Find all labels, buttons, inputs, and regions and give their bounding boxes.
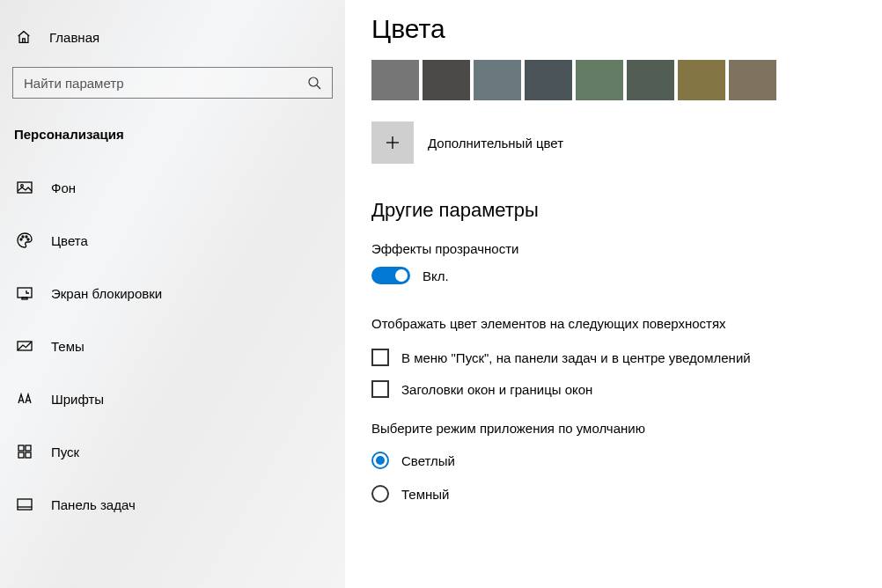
checkbox-icon <box>371 380 389 398</box>
sidebar-category: Персонализация <box>12 127 334 142</box>
color-swatch[interactable] <box>525 60 572 100</box>
lockscreen-icon <box>16 284 33 302</box>
svg-point-3 <box>21 185 24 187</box>
radio-label: Светлый <box>401 453 455 468</box>
plus-icon <box>384 134 401 151</box>
sidebar-item-start[interactable]: Пуск <box>12 430 334 473</box>
svg-rect-8 <box>18 288 32 298</box>
color-swatch[interactable] <box>627 60 674 100</box>
transparency-toggle-row: Вкл. <box>371 267 856 284</box>
color-swatch[interactable] <box>729 60 776 100</box>
search-input-container[interactable] <box>12 67 333 99</box>
search-icon <box>307 76 321 90</box>
custom-color-row: Дополнительный цвет <box>371 121 856 164</box>
color-swatch-row <box>371 60 856 100</box>
checkbox-icon <box>371 349 389 366</box>
radio-icon <box>371 485 389 503</box>
radio-light[interactable]: Светлый <box>371 452 856 469</box>
palette-icon <box>16 232 33 249</box>
sidebar-item-label: Пуск <box>51 445 79 459</box>
main-content: Цвета Дополнительный цвет Другие парамет… <box>345 0 882 588</box>
svg-rect-13 <box>18 452 24 458</box>
app-mode-label: Выберите режим приложения по умолчанию <box>371 421 856 436</box>
sidebar-item-colors[interactable]: Цвета <box>12 219 334 261</box>
sidebar-item-label: Шрифты <box>51 392 104 407</box>
toggle-knob <box>395 269 408 282</box>
svg-rect-11 <box>18 445 24 451</box>
radio-icon <box>371 452 389 469</box>
sidebar-item-label: Цвета <box>51 233 88 248</box>
sidebar: Главная Персонализация Фон Ц <box>0 0 345 588</box>
search-input[interactable] <box>24 76 307 91</box>
custom-color-label: Дополнительный цвет <box>428 136 563 151</box>
checkbox-label: В меню "Пуск", на панели задач и в центр… <box>401 350 751 365</box>
sidebar-item-background[interactable]: Фон <box>12 166 334 209</box>
sidebar-item-label: Панель задач <box>51 497 136 512</box>
sidebar-item-lockscreen[interactable]: Экран блокировки <box>12 272 334 314</box>
taskbar-icon <box>16 496 33 513</box>
color-swatch[interactable] <box>678 60 725 100</box>
color-swatch[interactable] <box>576 60 623 100</box>
svg-line-1 <box>317 85 320 89</box>
sidebar-item-themes[interactable]: Темы <box>12 325 334 367</box>
svg-point-7 <box>27 239 29 240</box>
sidebar-item-fonts[interactable]: Шрифты <box>12 378 334 420</box>
sidebar-item-label: Экран блокировки <box>51 286 162 301</box>
start-icon <box>16 443 33 460</box>
fonts-icon <box>16 390 33 408</box>
checkbox-titlebars[interactable]: Заголовки окон и границы окон <box>371 380 856 398</box>
checkbox-label: Заголовки окон и границы окон <box>401 382 592 397</box>
accent-surfaces-label: Отображать цвет элементов на следующих п… <box>371 316 856 331</box>
checkbox-start-taskbar[interactable]: В меню "Пуск", на панели задач и в центр… <box>371 349 856 366</box>
app-mode-group: Выберите режим приложения по умолчанию С… <box>371 421 856 503</box>
sidebar-home-label: Главная <box>49 30 99 45</box>
svg-rect-12 <box>26 445 31 451</box>
radio-label: Темный <box>401 487 449 502</box>
section-other-params: Другие параметры <box>371 199 856 222</box>
sidebar-item-label: Темы <box>51 339 85 354</box>
color-swatch[interactable] <box>371 60 419 100</box>
svg-point-4 <box>20 239 22 240</box>
sidebar-item-taskbar[interactable]: Панель задач <box>12 483 334 526</box>
svg-point-5 <box>22 236 24 238</box>
transparency-toggle[interactable] <box>371 267 410 284</box>
svg-rect-9 <box>22 298 27 299</box>
picture-icon <box>16 179 33 196</box>
themes-icon <box>16 337 33 355</box>
custom-color-button[interactable] <box>371 121 414 164</box>
radio-dark[interactable]: Темный <box>371 485 856 503</box>
svg-point-0 <box>309 77 318 86</box>
svg-rect-15 <box>18 499 32 510</box>
color-swatch[interactable] <box>423 60 470 100</box>
svg-rect-14 <box>26 452 31 458</box>
transparency-label: Эффекты прозрачности <box>371 241 856 256</box>
sidebar-home[interactable]: Главная <box>12 18 334 56</box>
home-icon <box>16 29 32 45</box>
page-title: Цвета <box>371 14 856 44</box>
toggle-state-label: Вкл. <box>423 268 449 283</box>
svg-rect-2 <box>18 182 32 193</box>
color-swatch[interactable] <box>474 60 521 100</box>
svg-point-6 <box>26 236 27 238</box>
sidebar-item-label: Фон <box>51 180 76 195</box>
